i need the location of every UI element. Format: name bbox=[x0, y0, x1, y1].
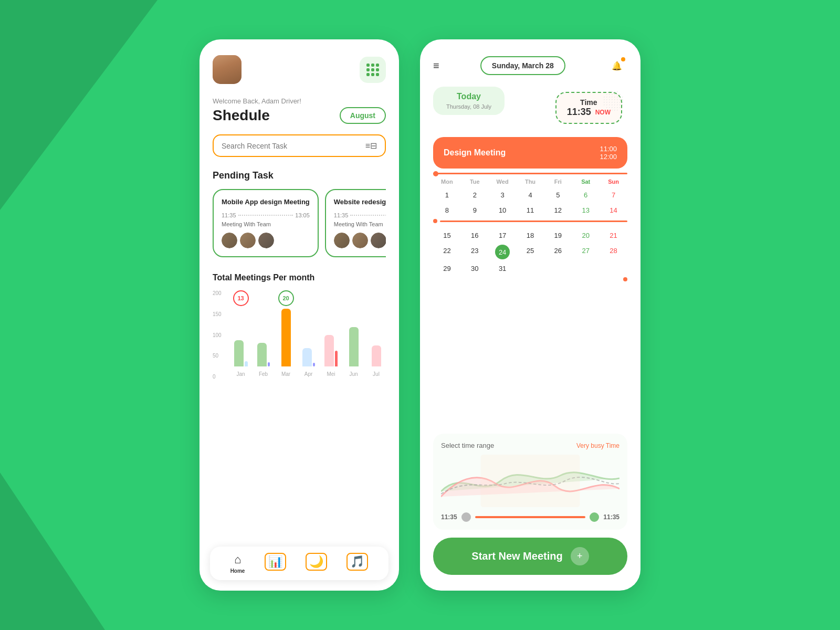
right-panel: ≡ Sunday, March 28 🔔 Today Thursday, 08 … bbox=[420, 39, 640, 591]
range-slider[interactable]: 11:35 11:35 bbox=[441, 512, 620, 522]
month-badge[interactable]: August bbox=[340, 107, 386, 124]
nav-chart[interactable]: 📊 bbox=[265, 553, 286, 574]
badge-20: 20 bbox=[278, 290, 294, 306]
bg-decoration-bottom bbox=[0, 472, 105, 630]
avatar[interactable] bbox=[213, 55, 242, 84]
bottom-nav: ⌂ Home 📊 🌙 🎵 bbox=[210, 547, 388, 580]
nav-home[interactable]: ⌂ Home bbox=[230, 553, 245, 574]
cal-cell-20[interactable]: 20 bbox=[572, 229, 600, 242]
cal-cell-10[interactable]: 10 bbox=[489, 204, 517, 216]
range-handle-right[interactable] bbox=[590, 512, 599, 522]
calendar-body-2: 15 16 17 18 19 20 21 22 23 24 25 26 27 2… bbox=[433, 229, 627, 275]
panels-container: Welcome Back, Adam Driver! Shedule Augus… bbox=[200, 39, 640, 591]
cal-cell-5[interactable]: 5 bbox=[544, 189, 572, 201]
task-card[interactable]: Mobile App design Meeting 11:35 13:05 Me… bbox=[213, 189, 319, 257]
pending-title: Pending Task bbox=[213, 170, 386, 181]
start-new-meeting-button[interactable]: Start New Meeting + bbox=[433, 538, 627, 575]
cal-cell-13[interactable]: 13 bbox=[572, 204, 600, 216]
wave-chart bbox=[441, 455, 620, 507]
chart-bar-mei bbox=[324, 335, 334, 366]
cal-cell-1[interactable]: 1 bbox=[433, 189, 461, 201]
music-icon: 🎵 bbox=[346, 553, 368, 571]
cal-cell-15[interactable]: 15 bbox=[433, 229, 461, 242]
time-range-label: Select time range bbox=[441, 442, 494, 449]
cal-cell-27[interactable]: 27 bbox=[572, 245, 600, 259]
nav-moon[interactable]: 🌙 bbox=[306, 553, 327, 574]
cal-wed: Wed bbox=[489, 178, 517, 185]
range-track[interactable] bbox=[475, 516, 586, 518]
search-bar[interactable]: ≡⊟ bbox=[213, 134, 386, 157]
cal-cell-14[interactable]: 14 bbox=[600, 204, 627, 216]
cal-sun: Sun bbox=[600, 178, 627, 185]
chart-label-feb: Feb bbox=[259, 371, 268, 377]
meeting-banner[interactable]: Design Meeting 11:00 12:00 bbox=[433, 137, 627, 169]
grid-icon-wrapper[interactable] bbox=[360, 57, 386, 83]
task-card[interactable]: Website redesign Meeting 11:35 13:05 Mee… bbox=[325, 189, 386, 257]
cal-cell-28[interactable]: 28 bbox=[600, 245, 627, 259]
task-card-title: Mobile App design Meeting bbox=[222, 198, 310, 206]
today-date: Thursday, 08 July bbox=[446, 103, 491, 110]
calendar: Mon Tue Wed Thu Fri Sat Sun 1 2 3 4 5 6 … bbox=[433, 178, 627, 431]
cal-cell-4[interactable]: 4 bbox=[517, 189, 544, 201]
cal-cell-24-today[interactable]: 24 bbox=[495, 245, 510, 259]
cal-tue: Tue bbox=[461, 178, 489, 185]
mini-avatar-2 bbox=[240, 233, 256, 248]
time-range-header: Select time range Very busy Time bbox=[441, 442, 620, 449]
cal-cell-3[interactable]: 3 bbox=[489, 189, 517, 201]
cal-cell-7[interactable]: 7 bbox=[600, 189, 627, 201]
cal-mon: Mon bbox=[433, 178, 461, 185]
home-icon: ⌂ bbox=[234, 553, 241, 566]
range-end-time: 11:35 bbox=[603, 513, 620, 521]
chart-label-jun: Jun bbox=[349, 371, 358, 377]
range-handle-left[interactable] bbox=[461, 512, 471, 522]
task-avatars bbox=[334, 233, 386, 248]
filter-icon[interactable]: ≡⊟ bbox=[365, 141, 377, 151]
cal-cell-26[interactable]: 26 bbox=[544, 245, 572, 259]
chart-bar-mar bbox=[281, 309, 291, 366]
grid-icon bbox=[366, 64, 379, 76]
cal-cell-29[interactable]: 29 bbox=[433, 262, 461, 275]
cal-cell-2[interactable]: 2 bbox=[461, 189, 489, 201]
moon-icon: 🌙 bbox=[306, 553, 327, 571]
task-card-title: Website redesign Meeting bbox=[334, 198, 386, 206]
calendar-body: 1 2 3 4 5 6 7 8 9 10 11 12 13 14 bbox=[433, 189, 627, 216]
cal-cell-18[interactable]: 18 bbox=[517, 229, 544, 242]
today-time-row: Today Thursday, 08 July Time 11:35 NOW bbox=[433, 87, 627, 129]
menu-icon[interactable]: ≡ bbox=[433, 60, 439, 72]
mini-avatar-1 bbox=[334, 233, 350, 248]
time-box: Time 11:35 NOW bbox=[550, 87, 627, 129]
cal-cell-19[interactable]: 19 bbox=[544, 229, 572, 242]
time-range-section: Select time range Very busy Time bbox=[433, 434, 627, 530]
date-badge[interactable]: Sunday, March 28 bbox=[480, 56, 565, 75]
search-input[interactable] bbox=[222, 142, 360, 150]
cal-cell-12[interactable]: 12 bbox=[544, 204, 572, 216]
cal-cell-16[interactable]: 16 bbox=[461, 229, 489, 242]
today-box[interactable]: Today Thursday, 08 July bbox=[433, 87, 505, 115]
notification-icon[interactable]: 🔔 bbox=[606, 55, 627, 76]
schedule-title: Shedule bbox=[213, 107, 270, 124]
chart-area: 0 50 100 150 200 13 Jan bbox=[213, 290, 386, 395]
schedule-header: Shedule August bbox=[213, 107, 386, 124]
cal-cell-9[interactable]: 9 bbox=[461, 204, 489, 216]
cal-cell-8[interactable]: 8 bbox=[433, 204, 461, 216]
cal-cell-22[interactable]: 22 bbox=[433, 245, 461, 259]
calendar-headers: Mon Tue Wed Thu Fri Sat Sun bbox=[433, 178, 627, 185]
chart-label-apr: Apr bbox=[304, 371, 313, 377]
cal-cell-17[interactable]: 17 bbox=[489, 229, 517, 242]
mini-avatar-3 bbox=[371, 233, 386, 248]
range-start-time: 11:35 bbox=[441, 513, 457, 521]
cal-cell-30[interactable]: 30 bbox=[461, 262, 489, 275]
calendar-slider-2 bbox=[433, 277, 627, 281]
cal-cell-21[interactable]: 21 bbox=[600, 229, 627, 242]
cal-cell-31[interactable]: 31 bbox=[489, 262, 517, 275]
cal-fri: Fri bbox=[544, 178, 572, 185]
cal-cell-25[interactable]: 25 bbox=[517, 245, 544, 259]
nav-music[interactable]: 🎵 bbox=[346, 553, 368, 574]
task-cards: Mobile App design Meeting 11:35 13:05 Me… bbox=[213, 189, 386, 257]
cal-cell-11[interactable]: 11 bbox=[517, 204, 544, 216]
chart-bar-apr bbox=[302, 348, 312, 366]
chart-bar-jun bbox=[349, 327, 359, 366]
cal-cell-23[interactable]: 23 bbox=[461, 245, 489, 259]
chart-label-jul: Jul bbox=[373, 371, 380, 377]
cal-cell-6[interactable]: 6 bbox=[572, 189, 600, 201]
